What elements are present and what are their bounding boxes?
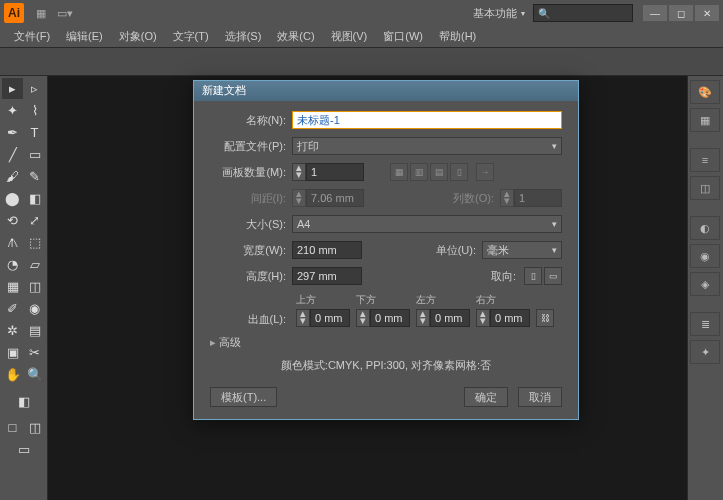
spacing-stepper: ▴▾ (292, 189, 306, 207)
artboard-tool[interactable]: ▣ (2, 342, 23, 363)
arrange-row-icon[interactable]: ▤ (430, 163, 448, 181)
zoom-tool[interactable]: 🔍 (24, 364, 45, 385)
eyedropper-tool[interactable]: ✐ (2, 298, 23, 319)
size-dropdown[interactable]: A4 (292, 215, 562, 233)
profile-dropdown[interactable]: 打印 (292, 137, 562, 155)
units-dropdown[interactable]: 毫米 (482, 241, 562, 259)
document-summary: 颜色模式:CMYK, PPI:300, 对齐像素网格:否 (210, 358, 562, 373)
gradient-tool[interactable]: ◫ (24, 276, 45, 297)
magic-wand-tool[interactable]: ✦ (2, 100, 23, 121)
menu-view[interactable]: 视图(V) (323, 27, 376, 46)
layers-panel-icon[interactable]: ≣ (690, 312, 720, 336)
bleed-bottom-input[interactable] (370, 309, 410, 327)
menu-type[interactable]: 文字(T) (165, 27, 217, 46)
color-panel-icon[interactable]: 🎨 (690, 80, 720, 104)
rotate-tool[interactable]: ⟲ (2, 210, 23, 231)
bleed-bottom-label: 下方 (356, 293, 376, 307)
dialog-title: 新建文档 (194, 81, 578, 101)
profile-label: 配置文件(P): (210, 139, 292, 154)
blend-tool[interactable]: ◉ (24, 298, 45, 319)
menu-window[interactable]: 窗口(W) (375, 27, 431, 46)
graph-tool[interactable]: ▤ (24, 320, 45, 341)
arrange-rtl-icon[interactable]: → (476, 163, 494, 181)
menu-select[interactable]: 选择(S) (217, 27, 270, 46)
name-input[interactable] (292, 111, 562, 129)
menubar: 文件(F) 编辑(E) 对象(O) 文字(T) 选择(S) 效果(C) 视图(V… (0, 26, 723, 48)
search-input[interactable]: 🔍 (533, 4, 633, 22)
gradient-panel-icon[interactable]: ◫ (690, 176, 720, 200)
hand-tool[interactable]: ✋ (2, 364, 23, 385)
width-label: 宽度(W): (210, 243, 292, 258)
free-transform-tool[interactable]: ⬚ (24, 232, 45, 253)
close-button[interactable]: ✕ (695, 5, 719, 21)
blob-brush-tool[interactable]: ⬤ (2, 188, 23, 209)
landscape-button[interactable]: ▭ (544, 267, 562, 285)
shape-builder-tool[interactable]: ◔ (2, 254, 23, 275)
transparency-panel-icon[interactable]: ◐ (690, 216, 720, 240)
type-tool[interactable]: T (24, 122, 45, 143)
screen-mode[interactable]: ▭ (2, 439, 45, 460)
pen-tool[interactable]: ✒ (2, 122, 23, 143)
eraser-tool[interactable]: ◧ (24, 188, 45, 209)
bleed-right-stepper[interactable]: ▴▾ (476, 309, 490, 327)
color-mode[interactable]: □ (2, 417, 23, 438)
height-label: 高度(H): (210, 269, 292, 284)
menu-object[interactable]: 对象(O) (111, 27, 165, 46)
advanced-toggle[interactable]: 高级 (210, 335, 562, 350)
new-document-dialog: 新建文档 名称(N): 配置文件(P): 打印 画板数量(M): ▴▾ ▦ ▥ … (193, 80, 579, 420)
arrange-icon[interactable]: ▭▾ (56, 4, 74, 22)
titlebar: Ai ▦ ▭▾ 基本功能 ▾ 🔍 — ◻ ✕ (0, 0, 723, 26)
grid-by-col-icon[interactable]: ▥ (410, 163, 428, 181)
bleed-link-button[interactable]: ⛓ (536, 309, 554, 327)
mesh-tool[interactable]: ▦ (2, 276, 23, 297)
artboards-input[interactable] (306, 163, 364, 181)
height-input[interactable] (292, 267, 362, 285)
bleed-left-stepper[interactable]: ▴▾ (416, 309, 430, 327)
maximize-button[interactable]: ◻ (669, 5, 693, 21)
menu-edit[interactable]: 编辑(E) (58, 27, 111, 46)
scale-tool[interactable]: ⤢ (24, 210, 45, 231)
graphic-styles-panel-icon[interactable]: ◈ (690, 272, 720, 296)
rectangle-tool[interactable]: ▭ (24, 144, 45, 165)
selection-tool[interactable]: ▸ (2, 78, 23, 99)
menu-effect[interactable]: 效果(C) (269, 27, 322, 46)
size-label: 大小(S): (210, 217, 292, 232)
bridge-icon[interactable]: ▦ (32, 4, 50, 22)
menu-file[interactable]: 文件(F) (6, 27, 58, 46)
arrange-col-icon[interactable]: ▯ (450, 163, 468, 181)
bleed-bottom-stepper[interactable]: ▴▾ (356, 309, 370, 327)
paintbrush-tool[interactable]: 🖌 (2, 166, 23, 187)
draw-mode[interactable]: ◫ (24, 417, 45, 438)
bleed-right-input[interactable] (490, 309, 530, 327)
portrait-button[interactable]: ▯ (524, 267, 542, 285)
fill-stroke[interactable]: ◧ (2, 386, 45, 416)
control-strip (0, 48, 723, 76)
appearance-panel-icon[interactable]: ◉ (690, 244, 720, 268)
bleed-left-input[interactable] (430, 309, 470, 327)
slice-tool[interactable]: ✂ (24, 342, 45, 363)
width-input[interactable] (292, 241, 362, 259)
symbols-panel-icon[interactable]: ✦ (690, 340, 720, 364)
perspective-tool[interactable]: ▱ (24, 254, 45, 275)
direct-selection-tool[interactable]: ▹ (24, 78, 45, 99)
bleed-top-label: 上方 (296, 293, 316, 307)
pencil-tool[interactable]: ✎ (24, 166, 45, 187)
symbol-sprayer-tool[interactable]: ✲ (2, 320, 23, 341)
width-tool[interactable]: ⩚ (2, 232, 23, 253)
templates-button[interactable]: 模板(T)... (210, 387, 277, 407)
workspace-switcher[interactable]: 基本功能 ▾ (473, 6, 525, 21)
swatches-panel-icon[interactable]: ▦ (690, 108, 720, 132)
grid-by-row-icon[interactable]: ▦ (390, 163, 408, 181)
bleed-top-stepper[interactable]: ▴▾ (296, 309, 310, 327)
menu-help[interactable]: 帮助(H) (431, 27, 484, 46)
panels-dock: 🎨 ▦ ≡ ◫ ◐ ◉ ◈ ≣ ✦ (687, 76, 723, 500)
bleed-top-input[interactable] (310, 309, 350, 327)
line-tool[interactable]: ╱ (2, 144, 23, 165)
bleed-right-label: 右方 (476, 293, 496, 307)
cancel-button[interactable]: 取消 (518, 387, 562, 407)
artboards-stepper[interactable]: ▴▾ (292, 163, 306, 181)
stroke-panel-icon[interactable]: ≡ (690, 148, 720, 172)
lasso-tool[interactable]: ⌇ (24, 100, 45, 121)
ok-button[interactable]: 确定 (464, 387, 508, 407)
minimize-button[interactable]: — (643, 5, 667, 21)
